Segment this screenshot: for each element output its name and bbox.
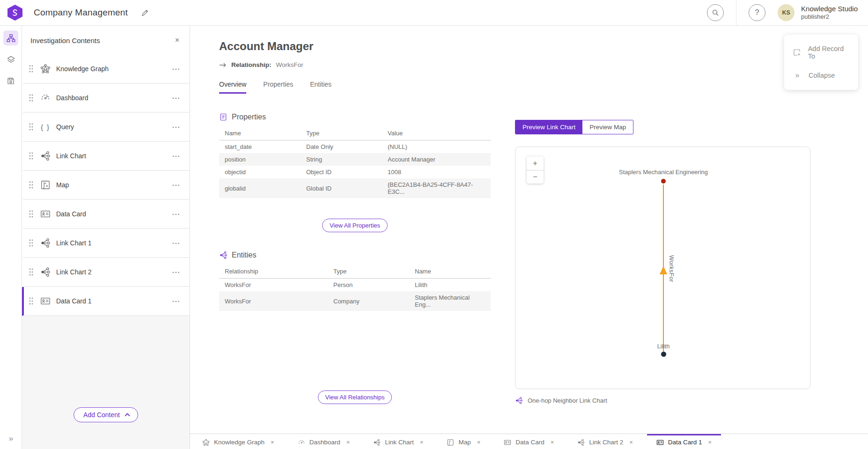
item-menu-icon[interactable]: ⋯ <box>170 208 182 220</box>
sidebar-item-map[interactable]: Map ⋯ <box>22 171 190 200</box>
data-card-icon <box>656 439 664 446</box>
add-content-button[interactable]: Add Content <box>74 407 138 422</box>
sidebar-item-data-card-1[interactable]: Data Card 1 ⋯ <box>22 287 190 316</box>
bottom-tab-data-card[interactable]: Data Card × <box>494 434 563 449</box>
drag-handle-icon[interactable] <box>29 94 34 102</box>
map-icon <box>447 439 454 446</box>
link-chart-preview[interactable]: + − Staplers Mechanical Engineering Work… <box>515 147 810 389</box>
expand-rail-icon[interactable]: » <box>0 434 22 443</box>
table-row[interactable]: position String Account Manager <box>219 153 491 166</box>
bottom-tab-knowledge-graph[interactable]: Knowledge Graph × <box>193 434 284 449</box>
sidebar-item-data-card[interactable]: Data Card ⋯ <box>22 200 190 229</box>
bottom-tab-dashboard[interactable]: Dashboard × <box>288 434 360 449</box>
header-divider <box>736 0 736 26</box>
properties-section-title: Properties <box>232 113 266 121</box>
close-tab-icon[interactable]: × <box>708 439 712 446</box>
table-row[interactable]: objectid Object ID 1008 <box>219 166 491 178</box>
table-row[interactable]: globalid Global ID {BEC2A1B4-BA25-4CFF-8… <box>219 178 491 198</box>
bottom-tab-link-chart-2[interactable]: Link Chart 2 × <box>568 434 642 449</box>
chart-edge-label[interactable]: WorksFor <box>668 255 675 282</box>
drag-handle-icon[interactable] <box>29 297 34 305</box>
sidebar-item-label: Link Chart <box>56 152 86 160</box>
view-all-relationships-button[interactable]: View All Relationships <box>318 390 392 404</box>
chart-node-dot-person[interactable] <box>661 352 666 357</box>
close-tab-icon[interactable]: × <box>551 439 554 446</box>
zoom-controls: + − <box>527 156 544 184</box>
sidebar-item-label: Data Card <box>56 210 86 218</box>
item-menu-icon[interactable]: ⋯ <box>170 92 182 104</box>
table-row[interactable]: WorksFor Company Staplers Mechanical Eng… <box>219 291 491 311</box>
drag-handle-icon[interactable] <box>29 210 34 218</box>
sidebar-item-label: Link Chart 2 <box>56 268 91 276</box>
close-tab-icon[interactable]: × <box>271 439 274 446</box>
close-tab-icon[interactable]: × <box>346 439 350 446</box>
sidebar-item-query[interactable]: { } Query ⋯ <box>22 113 190 142</box>
edit-title-icon[interactable] <box>141 9 149 17</box>
item-menu-icon[interactable]: ⋯ <box>170 237 182 249</box>
sidebar-item-label: Query <box>56 123 74 131</box>
view-all-properties-button[interactable]: View All Properties <box>322 219 388 232</box>
close-tab-icon[interactable]: × <box>420 439 424 446</box>
tab-overview[interactable]: Overview <box>219 81 246 94</box>
column-header: Name <box>409 265 491 279</box>
sidebar-item-label: Map <box>56 181 69 189</box>
bottom-tab-label: Data Card <box>515 439 544 446</box>
item-menu-icon[interactable]: ⋯ <box>170 121 182 133</box>
link-chart-icon <box>577 439 585 446</box>
bottom-tab-map[interactable]: Map × <box>437 434 490 449</box>
drag-handle-icon[interactable] <box>29 239 34 247</box>
search-button[interactable] <box>707 4 724 21</box>
drag-handle-icon[interactable] <box>29 268 34 276</box>
rail-save-button[interactable] <box>3 74 18 88</box>
drag-handle-icon[interactable] <box>29 152 34 160</box>
chart-node-label-company[interactable]: Staplers Mechanical Engineering <box>588 169 738 176</box>
tab-entities[interactable]: Entities <box>310 81 331 94</box>
close-tab-icon[interactable]: × <box>629 439 633 446</box>
preview-link-chart-button[interactable]: Preview Link Chart <box>515 120 582 134</box>
entity-link[interactable]: Lilith <box>409 279 491 292</box>
drag-handle-icon[interactable] <box>29 65 34 73</box>
sidebar-header: Investigation Contents × <box>22 26 190 55</box>
close-panel-icon[interactable]: × <box>173 34 181 46</box>
sidebar-item-list: Knowledge Graph ⋯ Dashboard ⋯ { } Query … <box>22 55 190 316</box>
menu-item-add-record-to[interactable]: Add Record To <box>784 39 858 66</box>
dashboard-icon <box>298 439 305 446</box>
drag-handle-icon[interactable] <box>29 181 34 189</box>
record-type-label: Relationship: <box>231 61 272 68</box>
preview-map-button[interactable]: Preview Map <box>582 120 633 134</box>
sidebar-item-link-chart[interactable]: Link Chart ⋯ <box>22 142 190 171</box>
table-row[interactable]: WorksFor Person Lilith <box>219 279 491 292</box>
item-menu-icon[interactable]: ⋯ <box>170 295 182 307</box>
sidebar-item-link-chart-1[interactable]: Link Chart 1 ⋯ <box>22 229 190 258</box>
menu-item-collapse[interactable]: » Collapse <box>784 66 858 85</box>
cell: Account Manager <box>382 153 491 166</box>
table-row[interactable]: start_date Date Only (NULL) <box>219 140 491 154</box>
item-menu-icon[interactable]: ⋯ <box>170 150 182 162</box>
chart-node-label-person[interactable]: Lilith <box>588 343 738 350</box>
item-menu-icon[interactable]: ⋯ <box>170 179 182 191</box>
item-menu-icon[interactable]: ⋯ <box>170 63 182 75</box>
entities-header-row: Relationship Type Name <box>219 265 491 279</box>
sidebar-item-dashboard[interactable]: Dashboard ⋯ <box>22 84 190 113</box>
help-button[interactable]: ? <box>749 4 765 21</box>
close-tab-icon[interactable]: × <box>477 439 481 446</box>
sidebar-item-knowledge-graph[interactable]: Knowledge Graph ⋯ <box>22 55 190 84</box>
entities-table: Relationship Type Name WorksFor Person L… <box>219 265 491 311</box>
entity-link[interactable]: Staplers Mechanical Eng... <box>409 291 491 311</box>
bottom-tab-link-chart[interactable]: Link Chart × <box>364 434 433 449</box>
tab-properties[interactable]: Properties <box>263 81 293 94</box>
page-title: Account Manager <box>219 40 491 53</box>
chart-node-dot-company[interactable] <box>661 179 666 184</box>
rail-contents-button[interactable] <box>3 30 18 45</box>
app-logo-icon[interactable] <box>7 5 22 21</box>
drag-handle-icon[interactable] <box>29 123 34 131</box>
sidebar-title: Investigation Contents <box>30 37 100 44</box>
item-menu-icon[interactable]: ⋯ <box>170 266 182 278</box>
sidebar-item-link-chart-2[interactable]: Link Chart 2 ⋯ <box>22 258 190 287</box>
rail-layers-button[interactable] <box>3 52 18 67</box>
zoom-in-button[interactable]: + <box>527 156 544 170</box>
zoom-out-button[interactable]: − <box>527 170 544 184</box>
chevron-up-icon <box>125 413 130 417</box>
user-avatar[interactable]: KS <box>778 4 794 21</box>
bottom-tab-data-card-1[interactable]: Data Card 1 × <box>647 434 721 449</box>
